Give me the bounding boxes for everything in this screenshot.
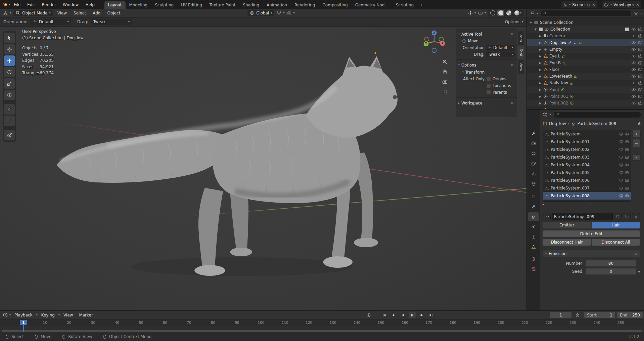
current-frame-field[interactable]: 1 bbox=[550, 312, 571, 318]
options-header[interactable]: ▾ Options bbox=[458, 61, 515, 69]
play-reverse-button[interactable] bbox=[400, 312, 406, 318]
wolf-model[interactable] bbox=[56, 56, 398, 276]
hide-eye-icon[interactable] bbox=[631, 94, 636, 99]
outliner-row-eye-l[interactable]: ▶ Eye.L bbox=[527, 53, 644, 59]
outliner-row-nails-low[interactable]: ▶ Nails_low bbox=[527, 80, 644, 86]
number-field[interactable]: 80 bbox=[586, 260, 636, 266]
tab-geometry-nodes[interactable]: Geometry Nod... bbox=[352, 1, 392, 9]
orientation-dropdown[interactable]: Global ▾ bbox=[247, 10, 274, 16]
parents-checkbox[interactable] bbox=[486, 90, 491, 95]
render-visibility-icon[interactable] bbox=[638, 94, 643, 99]
drag-handle[interactable] bbox=[633, 253, 637, 255]
tab-render-props[interactable] bbox=[528, 139, 539, 148]
gizmo-neg-y-axis[interactable] bbox=[439, 37, 444, 42]
light-data-icon[interactable] bbox=[570, 94, 574, 98]
tab-layout[interactable]: Layout bbox=[104, 1, 126, 9]
navigation-gizmo[interactable]: Z Y X bbox=[422, 29, 447, 54]
tab-output-props[interactable] bbox=[528, 149, 539, 158]
camera-icon[interactable] bbox=[625, 171, 629, 175]
menu-playback[interactable]: Playback bbox=[12, 313, 35, 317]
outliner-row-floor[interactable]: ▶ Floor bbox=[527, 66, 644, 73]
outliner-search-input[interactable] bbox=[540, 10, 632, 17]
shading-wireframe-button[interactable] bbox=[489, 10, 496, 16]
timeline-track[interactable] bbox=[0, 326, 644, 330]
modifier-dots-icon[interactable] bbox=[573, 41, 577, 45]
mode-dropdown[interactable]: Object Mode ▾ bbox=[13, 10, 53, 16]
light-data-icon[interactable] bbox=[561, 88, 565, 92]
measure-tool[interactable] bbox=[4, 116, 15, 126]
expand-caret[interactable]: ▸ bbox=[543, 203, 544, 206]
tab-object-props[interactable] bbox=[528, 192, 539, 201]
filter-icon[interactable] bbox=[634, 11, 638, 16]
monitor-icon[interactable] bbox=[619, 163, 623, 167]
chevron-down-icon[interactable]: ▾ bbox=[485, 12, 486, 14]
collection-checkbox[interactable] bbox=[539, 27, 543, 32]
tab-view[interactable]: View bbox=[518, 60, 524, 74]
tab-physics-props[interactable] bbox=[528, 222, 539, 231]
drag-setting-dropdown[interactable]: Tweak ▾ bbox=[91, 19, 132, 25]
tab-animation[interactable]: Animation bbox=[263, 1, 291, 9]
render-visibility-icon[interactable] bbox=[638, 74, 643, 79]
light-data-icon[interactable] bbox=[570, 101, 574, 105]
tab-tool[interactable]: Tool bbox=[518, 46, 524, 58]
rotate-tool[interactable] bbox=[4, 67, 15, 77]
camera-icon[interactable] bbox=[625, 194, 629, 198]
render-visibility-icon[interactable] bbox=[638, 81, 643, 85]
monitor-icon[interactable] bbox=[619, 178, 623, 182]
tab-constraint-props[interactable] bbox=[528, 232, 539, 241]
tab-scripting[interactable]: Scripting bbox=[392, 1, 417, 9]
emission-panel-header[interactable]: ▾ Emission bbox=[543, 250, 640, 257]
hair-button[interactable]: Hair bbox=[592, 222, 640, 228]
view-layer-name[interactable]: ViewLayer bbox=[613, 2, 634, 7]
camera-icon[interactable] bbox=[625, 147, 629, 152]
render-visibility-icon[interactable] bbox=[638, 40, 643, 45]
tab-material-props[interactable] bbox=[528, 255, 539, 263]
list-item[interactable]: ParticleSystem.006 bbox=[543, 176, 631, 184]
playhead-label[interactable]: 1 bbox=[20, 320, 27, 325]
tab-shading[interactable]: Shading bbox=[239, 1, 263, 9]
hide-eye-icon[interactable] bbox=[631, 54, 636, 58]
particles-icon[interactable] bbox=[562, 54, 566, 58]
outliner-row-lowerteeth[interactable]: ▶ LowerTeeth bbox=[527, 73, 644, 80]
browse-settings-button[interactable]: ▾ bbox=[543, 213, 551, 220]
outliner-row-collection[interactable]: ▼ Collection bbox=[527, 26, 644, 33]
npanel-drag-dropdown[interactable]: Tweak ▾ bbox=[486, 52, 515, 57]
disconnect-all-button[interactable]: Disconnect All bbox=[592, 239, 640, 246]
list-item[interactable]: ParticleSystem.007 bbox=[543, 184, 631, 192]
hide-eye-icon[interactable] bbox=[631, 27, 636, 32]
viewport-canvas[interactable]: User Perspective (1) Scene Collection | … bbox=[0, 27, 526, 310]
camera-view-icon[interactable] bbox=[441, 78, 449, 86]
monitor-icon[interactable] bbox=[619, 147, 623, 152]
particles-icon[interactable] bbox=[562, 61, 566, 65]
tab-modeling[interactable]: Modeling bbox=[126, 1, 151, 9]
timeline-ruler[interactable]: 1020304050607080901001101201301401501601… bbox=[0, 319, 644, 326]
menu-view-timeline[interactable]: View bbox=[61, 313, 75, 317]
jump-to-start-button[interactable] bbox=[381, 312, 387, 318]
exclude-checkbox[interactable] bbox=[625, 27, 629, 32]
chevron-down-icon[interactable]: ▾ bbox=[640, 12, 642, 15]
outliner-row-dog-low[interactable]: ▶ Dog_low bbox=[527, 39, 644, 46]
scene-selector[interactable]: ▾ Scene × bbox=[561, 1, 597, 8]
properties-search-input[interactable] bbox=[553, 111, 641, 118]
render-visibility-icon[interactable] bbox=[638, 67, 643, 72]
fake-user-shield-icon[interactable] bbox=[614, 213, 622, 220]
remove-particle-system-button[interactable]: − bbox=[633, 139, 641, 147]
list-item[interactable]: ParticleSystem.005 bbox=[543, 169, 631, 176]
list-item[interactable]: ParticleSystem.002 bbox=[543, 145, 631, 153]
outliner-row-empty[interactable]: ▶ Empty bbox=[527, 46, 644, 53]
play-button[interactable] bbox=[409, 312, 416, 318]
tab-compositing[interactable]: Compositing bbox=[319, 1, 351, 9]
stopwatch-icon[interactable] bbox=[574, 312, 581, 318]
prev-keyframe-button[interactable] bbox=[390, 312, 397, 318]
seed-field[interactable]: 0 bbox=[586, 268, 636, 274]
menu-help[interactable]: Help bbox=[82, 2, 97, 8]
render-visibility-icon[interactable] bbox=[638, 54, 643, 58]
outliner-editor-icon[interactable] bbox=[530, 11, 535, 16]
pin-icon[interactable] bbox=[637, 121, 641, 126]
show-gizmo-icon[interactable] bbox=[468, 10, 473, 16]
monitor-icon[interactable] bbox=[619, 171, 623, 175]
breadcrumb-item[interactable]: ParticleSystem.008 bbox=[578, 121, 616, 126]
blender-logo-icon[interactable] bbox=[3, 2, 8, 7]
render-visibility-icon[interactable] bbox=[638, 101, 643, 105]
camera-icon[interactable] bbox=[625, 163, 629, 167]
